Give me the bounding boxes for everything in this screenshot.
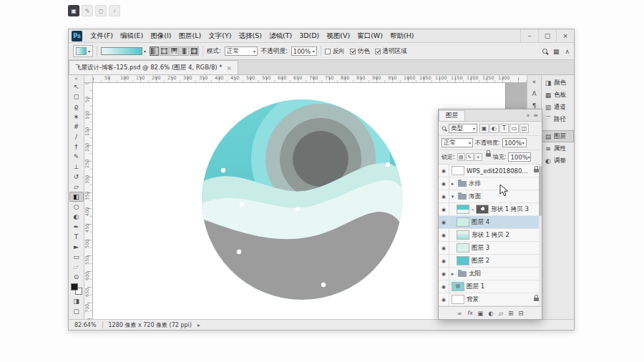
dodge-tool[interactable]: ◐ <box>69 212 84 222</box>
layer-mask-thumbnail[interactable] <box>476 205 489 214</box>
chevron-up-icon[interactable]: ∧ <box>565 48 570 55</box>
option-checkbox-2[interactable]: 透明区域 <box>375 47 407 56</box>
document-tab[interactable]: 飞屋设计-博客-125.psd @ 82.6% (图层 4, RGB/8) * … <box>69 60 238 74</box>
expand-group-icon[interactable]: ▸ <box>449 271 456 277</box>
lock-all-icon[interactable] <box>486 153 491 157</box>
dock-panel-1[interactable]: ▦色板 <box>542 89 574 101</box>
pixel-filter-icon[interactable]: ▣ <box>479 124 489 133</box>
scrollbar-thumb[interactable] <box>539 166 542 216</box>
menu-item-0[interactable]: 文件(F) <box>87 31 117 41</box>
visibility-eye-icon[interactable]: ◉ <box>439 229 449 241</box>
menu-item-10[interactable]: 帮助(H) <box>386 31 418 41</box>
collapse-toolbar-icon[interactable]: » <box>69 76 84 82</box>
dock-panel-5[interactable]: ≡属性 <box>542 142 574 155</box>
layer-opacity-select[interactable]: 100% ▾ <box>502 138 527 147</box>
fill-select[interactable]: 100% ▾ <box>508 152 531 162</box>
blur-tool[interactable]: ○ <box>69 202 84 212</box>
eraser-tool[interactable]: ▱ <box>69 182 84 192</box>
layer-effects-icon[interactable]: fx <box>467 310 473 316</box>
layer-row-9[interactable]: ◉图层 1 <box>439 280 542 293</box>
option-checkbox-0[interactable]: 反向 <box>325 47 345 56</box>
adjustment-layer-icon[interactable]: ◐ <box>488 310 493 317</box>
angle-gradient-button[interactable] <box>170 47 179 56</box>
search-icon[interactable] <box>542 49 547 54</box>
clone-stamp-tool[interactable]: ⊥ <box>69 162 84 172</box>
layer-row-7[interactable]: ◉图层 2 <box>439 255 542 268</box>
layers-panel-tab[interactable]: 图层 <box>439 110 465 121</box>
collapse-dock-icon[interactable]: « <box>532 78 537 85</box>
scrollbar[interactable] <box>539 165 542 306</box>
shape-annotate-icon[interactable]: ◻ <box>95 5 107 16</box>
lasso-tool[interactable]: ϱ <box>69 102 84 112</box>
maximize-button[interactable]: ▢ <box>538 29 556 42</box>
layer-row-2[interactable]: ◉▾海面 <box>439 190 542 203</box>
shape-filter-icon[interactable]: ▭ <box>509 124 519 133</box>
dock-panel-3[interactable]: ⌒路径 <box>542 113 574 125</box>
option-checkbox-1[interactable]: 仿色 <box>350 47 370 56</box>
brush-tool[interactable]: ✎ <box>69 152 84 162</box>
workspace-icon[interactable]: ▦ <box>553 48 560 55</box>
status-chevron-icon[interactable]: ▸ <box>197 322 200 328</box>
menu-item-9[interactable]: 窗口(W) <box>353 31 386 41</box>
foreground-color-chip[interactable] <box>71 283 78 290</box>
visibility-eye-icon[interactable]: ◉ <box>439 268 449 280</box>
zoom-level[interactable]: 82.64% <box>74 322 97 328</box>
visibility-eye-icon[interactable]: ◉ <box>439 190 449 202</box>
visibility-eye-icon[interactable]: ◉ <box>439 177 449 190</box>
filter-kind-select[interactable]: 类型 ▾ <box>449 124 477 133</box>
eyedropper-tool[interactable]: ∕ <box>69 132 84 142</box>
type-filter-icon[interactable]: T <box>499 124 509 133</box>
menu-item-1[interactable]: 编辑(E) <box>117 31 147 41</box>
dock-panel-0[interactable]: ◨颜色 <box>542 77 574 89</box>
layer-row-10[interactable]: ◉背景 <box>439 293 542 306</box>
layer-thumbnail[interactable] <box>457 230 469 240</box>
pen-tool[interactable]: ✒ <box>69 222 84 232</box>
visibility-eye-icon[interactable]: ◉ <box>439 280 449 293</box>
layer-thumbnail[interactable] <box>457 217 469 227</box>
close-button[interactable]: × <box>556 29 574 42</box>
marquee-tool[interactable]: ◻ <box>69 92 84 102</box>
menu-item-3[interactable]: 图层(L) <box>175 31 205 41</box>
layer-thumbnail[interactable] <box>457 256 469 265</box>
layer-thumbnail[interactable] <box>452 295 464 304</box>
expand-group-icon[interactable]: ▸ <box>449 181 456 187</box>
tool-preset-picker[interactable]: ▾ <box>73 45 93 57</box>
foreground-background-colors[interactable] <box>71 283 82 295</box>
visibility-eye-icon[interactable]: ◉ <box>439 293 449 305</box>
menu-item-2[interactable]: 图像(I) <box>147 31 175 41</box>
history-brush-tool[interactable]: ↺ <box>69 172 84 182</box>
layer-thumbnail[interactable] <box>452 166 464 175</box>
layer-row-0[interactable]: ◉WPS_edit2018080410... <box>439 165 542 177</box>
tab-close-icon[interactable]: × <box>227 64 233 72</box>
opacity-select[interactable]: 100% ▾ <box>291 47 317 56</box>
radial-gradient-button[interactable] <box>160 47 169 56</box>
new-layer-icon[interactable]: ⊞ <box>508 310 513 317</box>
visibility-eye-icon[interactable]: ◉ <box>439 242 449 254</box>
diamond-gradient-button[interactable] <box>190 47 199 56</box>
hand-tool[interactable]: ☞ <box>69 262 84 272</box>
smart-object-filter-icon[interactable]: ◫ <box>519 124 529 133</box>
visibility-eye-icon[interactable]: ◉ <box>439 165 449 177</box>
visibility-eye-icon[interactable]: ◉ <box>439 216 449 228</box>
layer-row-5[interactable]: ◉形状 1 拷贝 2 <box>439 229 542 242</box>
linear-gradient-button[interactable] <box>150 47 159 56</box>
lock-pixels-icon[interactable]: ✎ <box>466 153 474 161</box>
pen-annotate-icon[interactable]: ✎ <box>82 5 93 16</box>
type-tool[interactable]: T <box>69 232 84 242</box>
new-group-icon[interactable]: ▱ <box>499 310 504 317</box>
dock-panel-2[interactable]: ▥通道 <box>542 101 574 113</box>
delete-layer-icon[interactable]: ⊟ <box>518 310 523 317</box>
dock-panel-6[interactable]: ◐调整 <box>542 155 574 167</box>
healing-brush-tool[interactable]: † <box>69 142 84 152</box>
crop-tool[interactable]: # <box>69 122 84 132</box>
collapse-group-icon[interactable]: ▾ <box>449 194 456 200</box>
menu-item-7[interactable]: 3D(D) <box>296 31 323 41</box>
menu-item-6[interactable]: 滤镜(T) <box>265 31 296 41</box>
screen-mode-tool[interactable]: ▢ <box>69 306 84 316</box>
layer-row-6[interactable]: ◉图层 3 <box>439 242 542 255</box>
move-tool[interactable]: ↖ <box>69 82 84 92</box>
link-layers-icon[interactable]: ∞ <box>457 310 462 317</box>
shape-tool[interactable]: ▭ <box>69 252 84 262</box>
expand-more-icon[interactable]: › <box>109 5 120 16</box>
add-mask-icon[interactable]: ▣ <box>477 310 483 317</box>
